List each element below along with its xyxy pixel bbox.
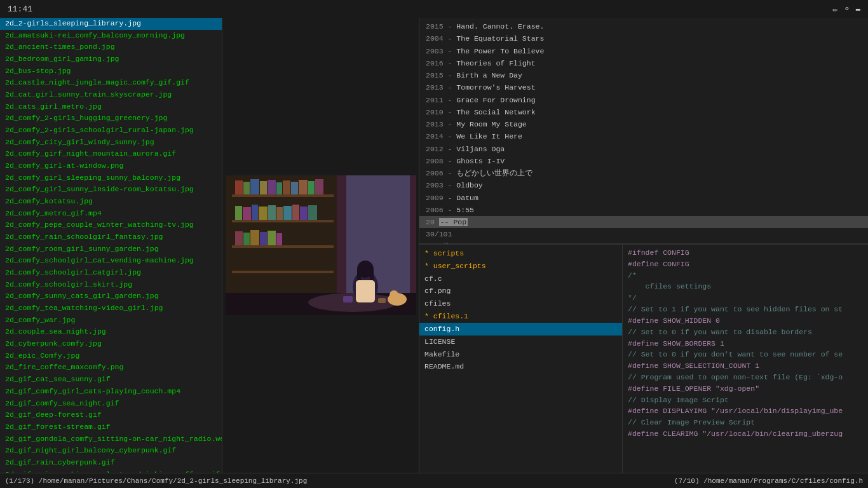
file-list-item[interactable]: 2d_comfy_girf_night_mountain_aurora.gif (0, 148, 222, 160)
tree-item[interactable]: cf.png (419, 285, 622, 297)
svg-rect-35 (276, 233, 282, 245)
music-list-item[interactable]: 2013 - My Room My Stage (419, 118, 868, 130)
code-line: cfiles settings (628, 281, 863, 292)
file-list-item[interactable]: 2d_fire_coffee_maxcomfy.png (0, 362, 222, 374)
tree-item[interactable]: Makefile (419, 348, 622, 361)
file-list-item[interactable]: 2d_gif_night_girl_balcony_cyberpunk.gif (0, 445, 222, 457)
file-list-item[interactable]: 2d_comfy_pepe_couple_winter_watching-tv.… (0, 219, 222, 231)
svg-rect-47 (378, 298, 386, 303)
file-list-item[interactable]: 2d_comfy_2-girls_hugging_greenery.jpg (0, 112, 222, 125)
music-list-item[interactable]: 2009 - Datum (419, 192, 868, 204)
clock: 11:41 (8, 4, 32, 14)
file-list-item[interactable]: 2d_2-girls_sleeping_library.jpg (0, 18, 222, 30)
file-list-item[interactable]: 2d_bus-stop.jpg (0, 65, 222, 78)
file-list-item[interactable]: 2d_gif_comfy_girl_cats-playing_couch.mp4 (0, 386, 222, 398)
file-list-item[interactable]: 2d_comfy_girl-at-window.png (0, 160, 222, 172)
file-list-item[interactable]: 2d_gif_forest-stream.gif (0, 421, 222, 433)
file-list-item[interactable]: 2d_comfy_rain_schoolgirl_fantasy.jpg (0, 231, 222, 243)
file-list-item[interactable]: 2d_comfy_schoolgirl_catgirl.jpg (0, 267, 222, 279)
file-list-panel: 2d_2-girls_sleeping_library.jpg2d_amatsu… (0, 18, 222, 473)
tree-item[interactable]: cf.c (419, 273, 622, 285)
svg-rect-46 (343, 296, 353, 302)
pen-icon: ✏ (832, 4, 837, 15)
tree-item[interactable]: config.h (419, 323, 622, 336)
music-list-item[interactable]: 2015 - Hand. Cannot. Erase. (419, 20, 868, 32)
music-list-item[interactable]: 2003 - Oldboy (419, 179, 868, 191)
svg-rect-16 (291, 182, 298, 194)
svg-rect-31 (243, 233, 250, 245)
file-list-item[interactable]: 2d_cyberpunk_comfy.jpg (0, 338, 222, 350)
right-panel: 2015 - Hand. Cannot. Erase.2004 - The Eq… (419, 18, 868, 473)
svg-rect-43 (356, 280, 375, 302)
system-icons: ✏ ⚬ ▬ (832, 4, 860, 15)
code-line: /* (628, 270, 863, 281)
file-list-item[interactable]: 2d_bedroom_girl_gaming.jpg (0, 53, 222, 65)
svg-rect-10 (243, 182, 250, 194)
music-list-item[interactable]: 2006 - 5:55 (419, 204, 868, 216)
file-list-item[interactable]: 2d_gif_deep-forest.gif (0, 409, 222, 421)
image-panel (222, 18, 419, 473)
svg-rect-42 (370, 269, 374, 281)
code-line: */ (628, 292, 863, 304)
file-list-item[interactable]: 2d_comfy_girl_sunny_inside-room_kotatsu.… (0, 184, 222, 196)
music-list-item[interactable]: 2013 - Tomorrow's Harvest (419, 81, 868, 93)
svg-rect-24 (268, 205, 276, 220)
file-list-item[interactable]: 2d_epic_Comfy.jpg (0, 350, 222, 362)
file-list-item[interactable]: 2d_cats_girl_metro.jpg (0, 101, 222, 113)
music-list-item[interactable]: 2014 - We Like It Here (419, 130, 868, 142)
file-list-item[interactable]: 2d_comfy_metro_gif.mp4 (0, 208, 222, 220)
code-line: // Set to 1 if you want to see hidden fi… (628, 304, 863, 315)
svg-rect-11 (250, 179, 259, 194)
file-list-item[interactable]: 2d_cat_girl_sunny_train_skyscraper.jpg (0, 89, 222, 101)
file-list-item[interactable]: 2d_comfy_tea_watching-video_girl.jpg (0, 302, 222, 315)
music-list-item[interactable]: 2010 - The Social Network (419, 106, 868, 118)
music-list-item[interactable]: 2012 - Viljans Oga (419, 143, 868, 155)
file-list-item[interactable]: 2d_comfy_room_girl_sunny_garden.jpg (0, 243, 222, 255)
music-list-item[interactable]: 2015 - Birth a New Day (419, 69, 868, 81)
tree-item[interactable]: cfiles (419, 297, 622, 310)
file-list-item[interactable]: 2d_comfy_city_girl_windy_sunny.jpg (0, 137, 222, 149)
tree-item[interactable]: * scripts (419, 247, 622, 260)
bottom-right: * scripts* user_scriptscf.ccf.pngcfiles*… (419, 244, 868, 473)
file-list-item[interactable]: 2d_gif_rain_cyberpunk.gif (0, 457, 222, 469)
svg-rect-28 (300, 207, 308, 220)
music-search-item[interactable]: 20 -- Pop (419, 216, 868, 228)
music-list-item[interactable]: 2006 - もどかしい世界の上で (419, 167, 868, 179)
main-layout: 2d_2-girls_sleeping_library.jpg2d_amatsu… (0, 18, 868, 473)
svg-rect-25 (276, 207, 283, 220)
file-list-item[interactable]: 2d_comfy_schoolgirl_cat_vending-machine.… (0, 255, 222, 267)
svg-rect-23 (259, 207, 268, 220)
svg-rect-30 (235, 231, 243, 245)
file-list-item[interactable]: 2d_comfy_kotatsu.jpg (0, 196, 222, 208)
file-list-item[interactable]: 2d_amatsuki-rei_comfy_balcony_morning.jp… (0, 30, 222, 42)
svg-rect-7 (232, 245, 334, 248)
music-list-item[interactable]: 2004 - The Equatorial Stars (419, 32, 868, 44)
music-list-item[interactable]: 2008 - Ghosts I-IV (419, 155, 868, 167)
file-list-item[interactable]: 2d_gif_gondola_comfy_sitting-on-car_nigh… (0, 433, 222, 445)
tree-item[interactable]: README.md (419, 360, 622, 373)
music-list-item[interactable]: 2016 - Theories of Flight (419, 57, 868, 69)
code-line: #define SHOW_BORDERS 1 (628, 338, 863, 349)
file-list-item[interactable]: 2d_comfy_sunny_cats_girl_garden.jpg (0, 290, 222, 302)
image-preview (226, 175, 416, 315)
code-line: #define FILE_OPENER "xdg-open" (628, 383, 863, 395)
file-list-item[interactable]: 2d_ancient-times_pond.jpg (0, 41, 222, 53)
file-list-item[interactable]: 2d_gif_comfy_sea_night.gif (0, 398, 222, 410)
svg-rect-18 (308, 181, 315, 194)
svg-rect-5 (232, 194, 334, 197)
tree-item[interactable]: * user_scripts (419, 260, 622, 273)
file-list-item[interactable]: 2d_comfy_girl_sleeping_sunny_balcony.jpg (0, 172, 222, 184)
file-list-item[interactable]: 2d_comfy_war.jpg (0, 315, 222, 327)
file-list-item[interactable]: 2d_comfy_2-girls_schoolgirl_rural-japan.… (0, 125, 222, 137)
file-list-item[interactable]: 2d_gif_cat_sea_sunny.gif (0, 374, 222, 386)
music-list-item[interactable]: 2003 - The Power To Believe (419, 45, 868, 57)
tree-item[interactable]: * cfiles.1 (419, 310, 622, 323)
svg-rect-20 (235, 206, 242, 220)
file-list-item[interactable]: 2d_castle_night_jungle_magic_comfy_gif.g… (0, 77, 222, 89)
file-list-item[interactable]: 2d_comfy_schoolgirl_skirt.jpg (0, 279, 222, 291)
svg-rect-22 (252, 205, 258, 220)
tree-item[interactable]: LICENSE (419, 336, 622, 348)
svg-rect-14 (276, 182, 282, 194)
file-list-item[interactable]: 2d_couple_sea_night.jpg (0, 326, 222, 338)
music-list-item[interactable]: 2011 - Grace For Drowning (419, 94, 868, 106)
